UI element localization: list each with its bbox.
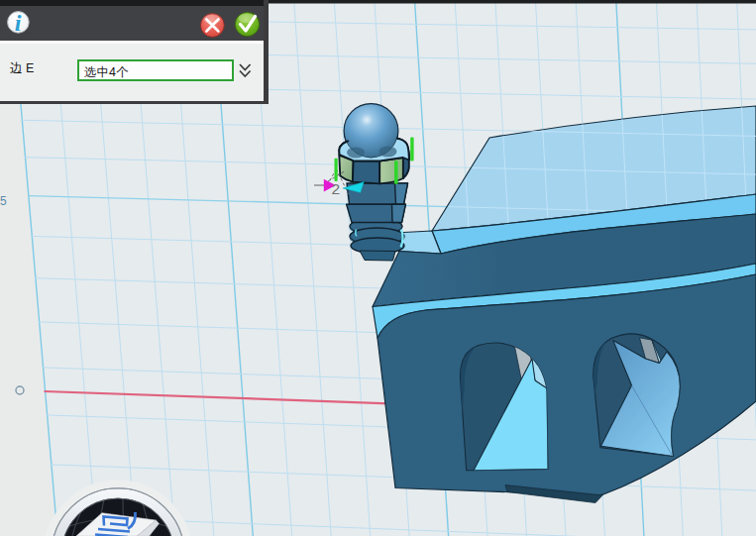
svg-text:2: 2 bbox=[332, 180, 341, 197]
svg-text:5: 5 bbox=[0, 194, 7, 208]
